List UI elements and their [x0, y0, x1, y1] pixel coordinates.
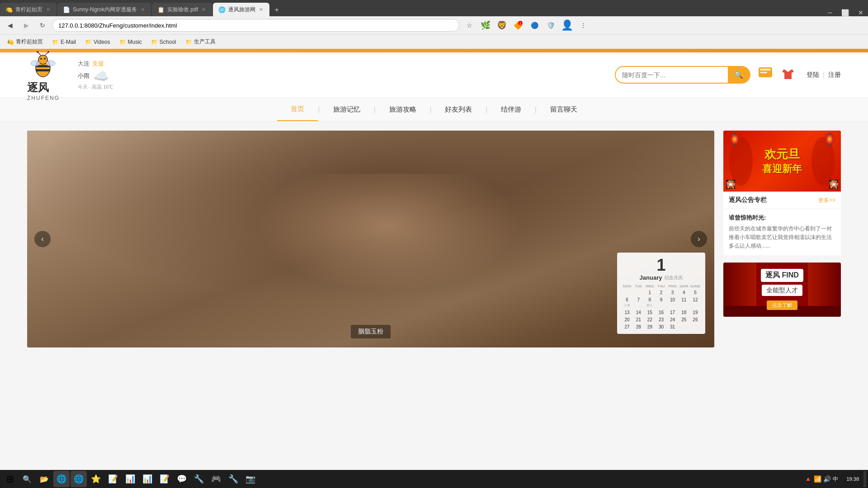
announce-card: 🏮 🏮 🎇 🎇 欢元旦 喜迎新年 逐风公告专栏 更多>> 谁曾惊艳时光: 前些天…	[723, 131, 841, 255]
cal-day-23: 23	[656, 316, 666, 323]
back-button[interactable]: ◀	[4, 19, 16, 32]
cal-day-13: 13	[622, 309, 632, 316]
bookmark-music[interactable]: 📁 Music	[116, 38, 146, 47]
wallet-icon[interactable]: 🔶1	[512, 19, 524, 32]
register-link[interactable]: 注册	[828, 71, 841, 79]
taskbar-game[interactable]: 🎮	[208, 471, 224, 487]
bookmark-tools[interactable]: 📁 生产工具	[182, 37, 219, 47]
bookmark-videos[interactable]: 📁 Videos	[81, 38, 113, 47]
login-divider: |	[823, 71, 825, 79]
taskbar-tools[interactable]: 🔧	[191, 471, 207, 487]
svg-point-7	[31, 61, 40, 66]
vpn-icon[interactable]: 🛡️	[544, 19, 557, 32]
sys-network-icon[interactable]: 🔺	[804, 475, 812, 483]
taskbar-notepad[interactable]: 📝	[156, 471, 173, 487]
close-button[interactable]: ✕	[854, 9, 868, 16]
cal-header-wed: WED	[644, 284, 655, 289]
tab-4-favicon: 🌐	[218, 6, 226, 13]
taskbar-star[interactable]: ⭐	[88, 471, 104, 487]
sys-input-icon[interactable]: 中	[833, 475, 838, 483]
tab-1[interactable]: 🍋 青柠起始页 ✕	[0, 3, 57, 16]
tab-2-close[interactable]: ✕	[140, 6, 146, 14]
sys-wifi-icon[interactable]: 📶	[814, 475, 821, 483]
cal-day-10: 10	[667, 296, 678, 309]
tab-3[interactable]: 📋 实验验收.pdf ✕	[152, 3, 212, 16]
taskbar-edge[interactable]: 🌐	[53, 471, 70, 487]
logo-area[interactable]: 逐风 ZHUFENG	[27, 49, 60, 101]
site-header: 逐风 ZHUFENG 大连 支援 小雨 ☁️ 今天 · 高温 16℃ 🔍	[0, 52, 868, 98]
nav-companion[interactable]: 结伴游	[487, 98, 535, 121]
taskbar-task-view[interactable]: 📂	[36, 471, 52, 487]
taskbar: ⊞ 🔍 📂 🌐 🌐 ⭐ 📝 📊 📊 📝 💬 🔧 🎮 🔧 📷 🔺 📶 🔊 中 19…	[0, 470, 868, 488]
forward-button[interactable]: ▶	[20, 19, 33, 32]
cal-day-4: 4	[679, 289, 689, 296]
cal-day-27: 27	[622, 324, 632, 330]
weather-cloud-icon: ☁️	[93, 69, 109, 84]
sys-volume-icon[interactable]: 🔊	[823, 475, 831, 483]
address-input[interactable]	[52, 19, 459, 32]
taskbar-search[interactable]: 🔍	[19, 471, 35, 487]
taskbar-chrome[interactable]: 🌐	[71, 471, 87, 487]
carousel-prev-button[interactable]: ‹	[34, 231, 51, 247]
taskbar-sys-icons: 🔺 📶 🔊 中	[801, 475, 842, 483]
bookmark-school[interactable]: 📁 School	[147, 38, 180, 47]
tab-4[interactable]: 🌐 逐风旅游网 ✕	[213, 3, 269, 16]
svg-line-9	[38, 52, 41, 55]
login-area: 登陆 | 注册	[807, 71, 841, 79]
tab-3-close[interactable]: ✕	[201, 6, 207, 14]
tab-4-close[interactable]: ✕	[258, 6, 264, 14]
search-button[interactable]: 🔍	[728, 67, 750, 83]
logo-bee-icon	[27, 49, 60, 80]
svg-point-8	[46, 61, 55, 66]
nav-guide[interactable]: 旅游攻略	[376, 98, 430, 121]
reload-button[interactable]: ↻	[36, 19, 49, 32]
search-input[interactable]	[616, 69, 728, 81]
nav-home[interactable]: 首页	[277, 98, 318, 121]
minimize-button[interactable]: ─	[823, 9, 837, 16]
announce-title: 逐风公告专栏	[729, 196, 767, 204]
bookmark-email[interactable]: 📁 E-Mail	[48, 38, 80, 47]
extensions-icon[interactable]: 🌿	[479, 19, 492, 32]
announce-more-link[interactable]: 更多>>	[818, 197, 835, 204]
taskbar-chat[interactable]: 💬	[174, 471, 190, 487]
tab-4-title: 逐风旅游网	[228, 6, 255, 14]
nav-chat[interactable]: 留言聊天	[537, 98, 591, 121]
recruit-btn[interactable]: 点击了解	[767, 300, 797, 310]
start-button[interactable]: ⊞	[2, 471, 18, 487]
taskbar-time-display[interactable]: 19:38	[843, 476, 863, 482]
cal-empty-4	[690, 324, 701, 330]
shirt-icon[interactable]	[780, 66, 796, 84]
menu-icon[interactable]: ⋮	[577, 19, 590, 32]
nav-memories[interactable]: 旅游记忆	[320, 98, 374, 121]
extension-icon[interactable]: 🔵	[528, 19, 541, 32]
chat-icon[interactable]	[758, 66, 773, 84]
svg-point-12	[47, 51, 49, 53]
carousel-area: 1 January 纪念月历 MON TUE WED THU FRID SATA…	[27, 131, 714, 347]
cal-day-26: 26	[690, 316, 701, 323]
profile-icon[interactable]: 👤	[561, 19, 573, 32]
taskbar-ppt[interactable]: 📊	[122, 471, 138, 487]
taskbar-excel[interactable]: 📊	[139, 471, 156, 487]
tab-2[interactable]: 📄 Sunny-Ngrok内网穿透服务 ✕	[57, 3, 151, 16]
taskbar-word[interactable]: 📝	[105, 471, 121, 487]
login-link[interactable]: 登陆	[807, 71, 819, 79]
brave-icon[interactable]: 🦁	[495, 19, 508, 32]
weather-area: 大连 支援 小雨 ☁️ 今天 · 高温 16℃	[78, 60, 113, 90]
cal-day-18: 18	[679, 309, 689, 316]
cal-day-24: 24	[667, 316, 678, 323]
bookmark-star-icon[interactable]: ☆	[463, 19, 476, 32]
tab-1-close[interactable]: ✕	[45, 6, 51, 14]
weather-change-link[interactable]: 支援	[92, 60, 104, 68]
carousel-next-button[interactable]: ›	[691, 231, 707, 247]
bookmark-school-label: School	[160, 39, 176, 45]
new-tab-button[interactable]: +	[270, 4, 283, 16]
bookmark-qingning[interactable]: 🍋 青柠起始页	[4, 37, 47, 47]
cal-day-25: 25	[679, 316, 689, 323]
maximize-button[interactable]: ⬜	[837, 9, 854, 16]
taskbar-settings[interactable]: 🔧	[225, 471, 241, 487]
taskbar-camera[interactable]: 📷	[242, 471, 259, 487]
nav-friends[interactable]: 好友列表	[431, 98, 486, 121]
taskbar-show-desktop[interactable]	[863, 471, 866, 487]
bookmark-qingning-icon: 🍋	[7, 39, 14, 45]
recruit-card: 逐风 FIND 全能型人才 点击了解	[723, 263, 841, 317]
